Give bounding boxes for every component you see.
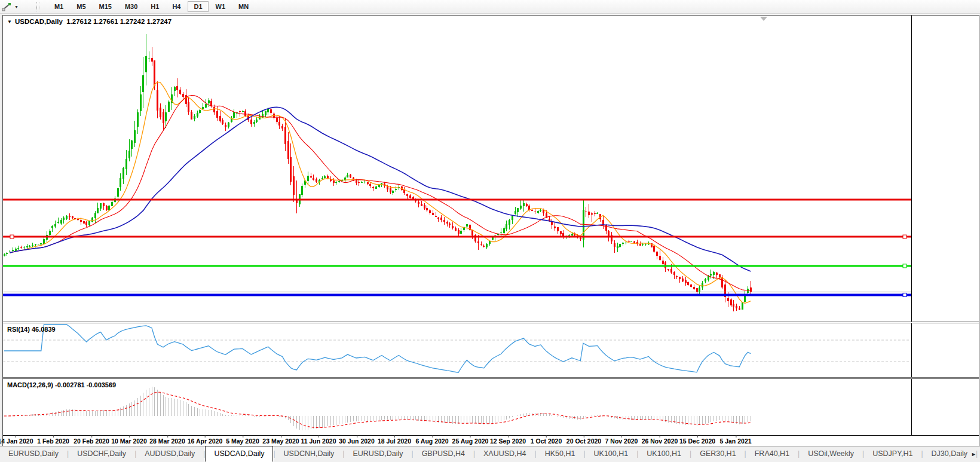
bottom-tab-usdcad-daily[interactable]: USDCAD,Daily xyxy=(205,446,273,462)
date-label: 12 Sep 2020 xyxy=(490,437,526,445)
line-handle xyxy=(903,264,906,268)
date-label: 11 Jun 2020 xyxy=(301,437,336,445)
date-label: 18 Jul 2020 xyxy=(378,437,411,445)
bottom-tab-uk100-h1[interactable]: UK100,H1 xyxy=(586,446,637,462)
bottom-tab-usdjpy-h1[interactable]: USDJPY,H1 xyxy=(864,446,921,462)
bottom-tab-xauusd-h4[interactable]: XAUUSD,H4 xyxy=(475,446,535,462)
macd-panel-canvas[interactable] xyxy=(3,379,911,435)
date-label: 14 Jan 2020 xyxy=(0,437,33,445)
bottom-tab-eurusd-daily[interactable]: EURUSD,Daily xyxy=(0,446,67,462)
moving-average-50 xyxy=(10,107,751,271)
bottom-tab-uk100-h1[interactable]: UK100,H1 xyxy=(638,446,690,462)
timeframe-button-m5[interactable]: M5 xyxy=(71,1,91,12)
chart-window: ▼USDCAD,Daily 1.27612 1.27661 1.27242 1.… xyxy=(2,15,979,446)
dropdown-caret-icon[interactable]: ▼ xyxy=(14,5,19,9)
macd-histogram xyxy=(4,387,751,430)
bottom-tab-fra40-h1[interactable]: FRA40,H1 xyxy=(746,446,798,462)
bottom-tab-usdcnh-daily[interactable]: USDCNH,Daily xyxy=(275,446,343,462)
timeframe-button-m15[interactable]: M15 xyxy=(93,1,118,12)
date-label: 5 Jan 2021 xyxy=(719,437,751,445)
tab-scroll-arrows: ◄► xyxy=(961,446,976,462)
main-chart-canvas[interactable] xyxy=(3,16,911,322)
chart-ohlc-values: 1.27612 1.27661 1.27242 1.27247 xyxy=(66,18,172,25)
horizontal-line-1.29208[interactable] xyxy=(3,264,911,268)
trendline-tool-icon[interactable] xyxy=(1,2,13,12)
line-handle xyxy=(10,235,14,238)
chart-shift-marker-icon xyxy=(760,17,767,21)
tab-scroll-right-icon[interactable]: ► xyxy=(971,446,976,462)
moving-average-8 xyxy=(10,82,751,303)
date-label: 30 Jun 2020 xyxy=(339,437,375,445)
panel-resize-separator[interactable] xyxy=(3,322,979,323)
horizontal-line-1.27027[interactable] xyxy=(3,293,911,296)
date-label: 28 Mar 2020 xyxy=(149,437,185,445)
date-label: 1 Feb 2020 xyxy=(37,437,69,445)
tab-scroll-left-icon[interactable]: ◄ xyxy=(961,446,967,462)
timeframe-button-m1[interactable]: M1 xyxy=(48,1,69,12)
date-axis: 14 Jan 20201 Feb 202020 Feb 202010 Mar 2… xyxy=(3,435,979,446)
date-label: 10 Mar 2020 xyxy=(111,437,147,445)
timeframe-button-w1[interactable]: W1 xyxy=(210,1,232,12)
date-label: 25 Aug 2020 xyxy=(452,437,489,445)
candles xyxy=(4,34,752,311)
macd-signal-line xyxy=(4,392,751,427)
date-label: 6 Aug 2020 xyxy=(415,437,448,445)
date-label: 1 Oct 2020 xyxy=(531,437,562,445)
bottom-tab-hk50-h1[interactable]: HK50,H1 xyxy=(537,446,584,462)
bottom-tab-china300-h1[interactable]: CHINA300,H1 xyxy=(978,446,980,462)
rsi-line xyxy=(4,325,751,372)
bottom-tab-ger30-h1[interactable]: GER30,H1 xyxy=(691,446,744,462)
rsi-panel-canvas[interactable] xyxy=(3,323,911,377)
rsi-indicator-label: RSI(14) 46.0839 xyxy=(7,326,56,333)
horizontal-line-1.31405[interactable] xyxy=(3,235,911,238)
macd-indicator-label: MACD(12,26,9) -0.002781 -0.003569 xyxy=(7,381,116,388)
top-toolbar: ▼ M1M5M15M30H1H4D1W1MN xyxy=(0,0,980,14)
line-handle xyxy=(903,235,906,238)
collapse-triangle-icon[interactable]: ▼ xyxy=(7,19,12,25)
price-axis: 1.472001.457601.443601.429201.415201.400… xyxy=(911,16,979,446)
bottom-tab-usdchf-daily[interactable]: USDCHF,Daily xyxy=(69,446,134,462)
timeframe-button-m30[interactable]: M30 xyxy=(119,1,143,12)
chart-symbol-label: USDCAD,Daily xyxy=(15,18,63,25)
bottom-tab-usoil-weekly[interactable]: USOil,Weekly xyxy=(800,446,862,462)
bottom-tab-gbpusd-h4[interactable]: GBPUSD,H4 xyxy=(414,446,473,462)
line-handle xyxy=(903,293,906,296)
date-label: 26 Nov 2020 xyxy=(642,437,678,445)
timeframe-button-d1[interactable]: D1 xyxy=(188,1,208,12)
chart-tab-bar: EURUSD,Daily|USDCHF,Daily|AUDUSD,Daily|U… xyxy=(0,446,980,462)
panel-resize-separator[interactable] xyxy=(3,377,979,379)
bottom-tab-eurusd-daily[interactable]: EURUSD,Daily xyxy=(344,446,411,462)
bottom-tab-audusd-daily[interactable]: AUDUSD,Daily xyxy=(136,446,203,462)
toolbar-grip[interactable] xyxy=(36,2,39,11)
timeframe-buttons: M1M5M15M30H1H4D1W1MN xyxy=(48,1,255,12)
chart-title: ▼USDCAD,Daily 1.27612 1.27661 1.27242 1.… xyxy=(7,18,172,25)
moving-average-20 xyxy=(10,96,751,290)
date-label: 16 Apr 2020 xyxy=(188,437,223,445)
date-label: 5 May 2020 xyxy=(226,437,259,445)
timeframe-button-mn[interactable]: MN xyxy=(232,1,255,12)
timeframe-button-h1[interactable]: H1 xyxy=(145,1,165,12)
timeframe-button-h4[interactable]: H4 xyxy=(166,1,186,12)
date-label: 20 Oct 2020 xyxy=(566,437,601,445)
date-label: 23 May 2020 xyxy=(262,437,299,445)
date-label: 20 Feb 2020 xyxy=(74,437,109,445)
date-label: 15 Dec 2020 xyxy=(679,437,715,445)
date-label: 7 Nov 2020 xyxy=(605,437,638,445)
